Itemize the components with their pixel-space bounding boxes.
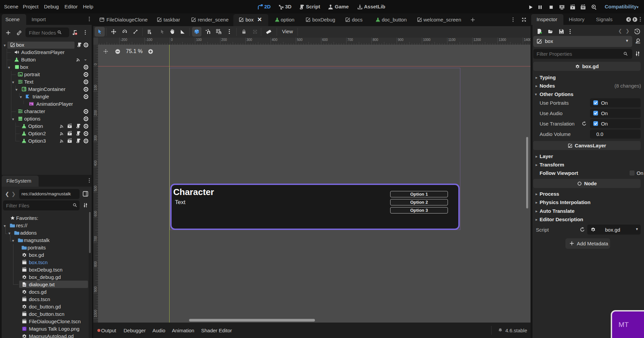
svg-text:200: 200 xyxy=(221,38,227,42)
svg-text:500: 500 xyxy=(94,186,97,191)
svg-text:0: 0 xyxy=(94,63,97,65)
svg-text:300: 300 xyxy=(94,135,97,141)
svg-text:1000: 1000 xyxy=(94,310,97,318)
svg-text:800: 800 xyxy=(94,261,97,267)
svg-text:100: 100 xyxy=(94,85,97,90)
svg-text:900: 900 xyxy=(94,286,97,292)
svg-text:1000: 1000 xyxy=(423,38,431,42)
svg-text:300: 300 xyxy=(246,38,252,42)
svg-text:400: 400 xyxy=(94,160,97,166)
svg-text:1400: 1400 xyxy=(524,38,531,42)
svg-text:1100: 1100 xyxy=(448,38,456,42)
svg-text:800: 800 xyxy=(373,38,378,42)
svg-text:0: 0 xyxy=(171,38,173,42)
svg-text:200: 200 xyxy=(94,110,97,115)
svg-text:-100: -100 xyxy=(146,38,152,42)
svg-text:900: 900 xyxy=(398,38,404,42)
svg-text:500: 500 xyxy=(297,38,303,42)
svg-text:700: 700 xyxy=(348,38,353,42)
svg-text:700: 700 xyxy=(94,236,97,242)
svg-text:600: 600 xyxy=(322,38,328,42)
svg-text:-200: -200 xyxy=(121,38,127,42)
svg-text:100: 100 xyxy=(196,38,202,42)
svg-text:1200: 1200 xyxy=(473,38,481,42)
svg-text:600: 600 xyxy=(94,211,97,216)
svg-text:400: 400 xyxy=(272,38,277,42)
svg-text:1300: 1300 xyxy=(499,38,506,42)
